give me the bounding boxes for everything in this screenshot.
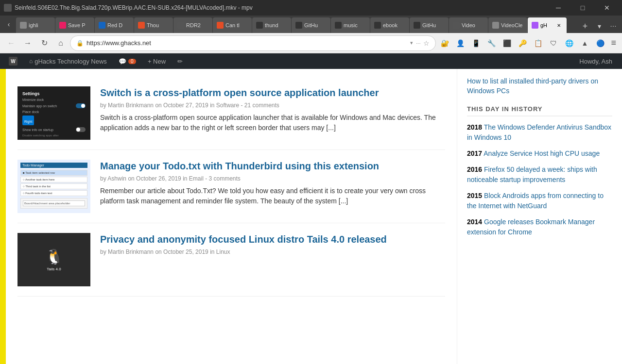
left-accent — [0, 69, 6, 364]
tab-tab5[interactable]: RDR2 — [173, 17, 212, 33]
menu-button[interactable]: ≡ — [609, 38, 618, 48]
sidebar-history: THIS DAY IN HISTORY 2018 The Windows Def… — [467, 105, 612, 237]
article-thumb-tails: 🐧 Tails 4.0 — [17, 233, 90, 286]
comments-count: 0 — [128, 59, 136, 64]
history-text-2018[interactable]: The Windows Defender Antivirus Sandbox i… — [467, 123, 611, 141]
new-label: + New — [148, 58, 166, 65]
tab-tab8[interactable]: GitHu — [292, 17, 330, 33]
article-category-tails: Linux — [216, 248, 230, 255]
article-switch: Settings Minimize dock Maintain app on s… — [17, 77, 445, 150]
history-items: 2018 The Windows Defender Antivirus Sand… — [467, 122, 612, 237]
tails-text: Tails 4.0 — [45, 267, 63, 271]
article-title-todo[interactable]: Manage your Todo.txt with Thunderbird us… — [100, 160, 445, 172]
history-text-2016[interactable]: Firefox 50 delayed a week: ships with no… — [467, 165, 597, 183]
address-bar[interactable]: 🔒 https://www.ghacks.net ▾ ··· ☆ — [70, 35, 436, 51]
toggle-off — [76, 127, 86, 132]
tab-tab6[interactable]: Can tl — [213, 17, 252, 33]
article-author-tails: Martin Brinkmann — [108, 248, 154, 255]
toolbar-btn-3[interactable]: 📱 — [469, 36, 483, 50]
tab-close-icon[interactable]: ✕ — [555, 21, 563, 29]
tab-tab2[interactable]: Save P — [55, 17, 94, 33]
tab-tab4[interactable]: Thou — [134, 17, 173, 33]
title-bar: Seinfeld.S06E02.The.Big.Salad.720p.WEBri… — [0, 0, 622, 16]
minimize-button[interactable]: ─ — [547, 0, 570, 16]
article-title-tails[interactable]: Privacy and anonymity focused Linux dist… — [100, 233, 445, 246]
article-comments-switch[interactable]: 21 comments — [244, 102, 279, 109]
tab-more-button[interactable]: … — [606, 16, 620, 33]
wp-comments-button[interactable]: 💬 0 — [115, 53, 140, 69]
wp-logo-button[interactable]: W — [5, 53, 21, 69]
tab-tab3[interactable]: Red D — [95, 17, 134, 33]
url-actions: ··· — [416, 40, 420, 46]
main-wrap: Settings Minimize dock Maintain app on s… — [0, 69, 622, 364]
toolbar-btn-11[interactable]: 🔵 — [593, 36, 607, 50]
history-text-2014[interactable]: Google releases Bookmark Manager extensi… — [467, 218, 595, 236]
tab-tab10[interactable]: ebook — [370, 17, 409, 33]
maximize-button[interactable]: □ — [571, 0, 594, 16]
article-title-switch[interactable]: Switch is a cross-platform open source a… — [100, 86, 445, 99]
window-controls: ─ □ ✕ — [547, 0, 618, 16]
security-icon: 🔒 — [76, 40, 84, 47]
tab-list-button[interactable]: ▾ — [592, 19, 606, 33]
article-category-switch: Software — [216, 102, 239, 109]
app-icon — [4, 4, 12, 12]
toolbar-btn-5[interactable]: ⬛ — [500, 36, 514, 50]
toolbar-btn-9[interactable]: 🌐 — [562, 36, 576, 50]
new-tab-button[interactable]: + — [578, 19, 592, 33]
toolbar-btn-10[interactable]: ▲ — [578, 36, 591, 50]
thumb-title: Settings — [22, 91, 40, 96]
toolbar-btn-4[interactable]: 🔧 — [484, 36, 498, 50]
article-comments-todo[interactable]: 3 comments — [209, 175, 241, 182]
tab-back-button[interactable]: ‹ — [2, 16, 16, 33]
article-thumb-switch: Settings Minimize dock Maintain app on s… — [17, 86, 90, 140]
history-item-2017: 2017 Analyze Service Host high CPU usage — [467, 149, 612, 159]
related-link[interactable]: How to list all installed third-party dr… — [467, 77, 612, 96]
site-icon: ⌂ — [29, 58, 33, 65]
todo-row-3: ○ Third task in the list — [20, 183, 87, 189]
tab-tab12[interactable]: Video — [449, 17, 488, 33]
article-body-todo: Manage your Todo.txt with Thunderbird us… — [100, 160, 445, 213]
history-year-2018: 2018 — [467, 123, 482, 131]
close-button[interactable]: ✕ — [596, 0, 618, 16]
tab-tab7[interactable]: thund — [252, 17, 291, 33]
tab-tab11[interactable]: GitHu — [410, 17, 449, 33]
tab-tab14[interactable]: gH✕ — [528, 17, 567, 33]
toolbar-btn-2[interactable]: 👤 — [453, 36, 467, 50]
article-date-tails: October 25, 2019 — [163, 248, 208, 255]
article-meta-tails: by Martin Brinkmann on October 25, 2019 … — [100, 248, 445, 255]
bookmark-icon[interactable]: ☆ — [423, 39, 430, 47]
toolbar-btn-6[interactable]: 🔑 — [516, 36, 529, 50]
history-year-2016: 2016 — [467, 165, 482, 173]
home-button[interactable]: ⌂ — [53, 36, 68, 50]
toolbar-btn-1[interactable]: 🔐 — [438, 36, 451, 50]
history-item-2014: 2014 Google releases Bookmark Manager ex… — [467, 217, 612, 237]
tab-tab9[interactable]: music — [331, 17, 370, 33]
sidebar-related: How to list all installed third-party dr… — [467, 77, 612, 96]
article-meta-todo: by Ashwin on October 26, 2019 in Email -… — [100, 175, 445, 182]
article-body-switch: Switch is a cross-platform open source a… — [100, 86, 445, 140]
tails-icon: 🐧 — [45, 248, 63, 265]
article-todo: Todo Manager ■ Task item selected row ○ … — [17, 150, 445, 223]
forward-button[interactable]: → — [20, 36, 35, 50]
todo-row-2: ○ Another task item here — [20, 177, 87, 182]
article-category-todo: Email — [189, 175, 204, 182]
wp-new-button[interactable]: + New — [144, 53, 170, 69]
wp-site-button[interactable]: ⌂ gHacks Technology News — [25, 53, 111, 69]
site-name: gHacks Technology News — [35, 58, 107, 65]
toolbar-btn-8[interactable]: 🛡 — [547, 36, 560, 50]
article-date-switch: October 27, 2019 — [163, 102, 208, 109]
todo-row-1: ■ Task item selected row — [20, 170, 87, 176]
wp-customize-button[interactable]: ✏ — [173, 53, 187, 69]
history-year-2015: 2015 — [467, 192, 482, 199]
toolbar-btn-7[interactable]: 📋 — [531, 36, 545, 50]
tab-tab1[interactable]: ighli — [16, 17, 55, 33]
comments-icon: 💬 — [119, 58, 126, 65]
article-body-tails: Privacy and anonymity focused Linux dist… — [100, 233, 445, 286]
content-area: Settings Minimize dock Maintain app on s… — [6, 69, 457, 364]
title-bar-left: Seinfeld.S06E02.The.Big.Salad.720p.WEBri… — [4, 4, 253, 12]
reload-button[interactable]: ↻ — [37, 36, 52, 50]
back-button[interactable]: ← — [4, 36, 18, 50]
history-text-2017[interactable]: Analyze Service Host high CPU usage — [484, 149, 600, 157]
tab-tab13[interactable]: VideoCle — [488, 17, 527, 33]
history-text-2015[interactable]: Block Androids apps from connecting to t… — [467, 192, 604, 210]
